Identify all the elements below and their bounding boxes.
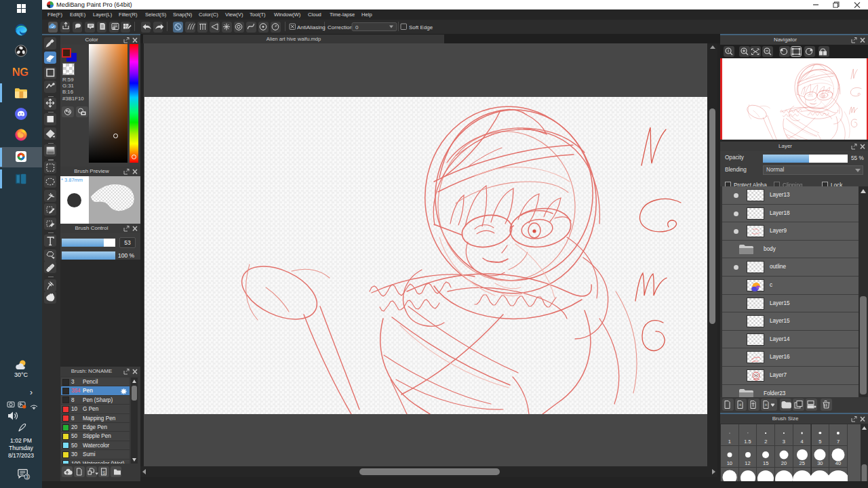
svg-text:+: + (765, 403, 768, 407)
svg-text:S: S (102, 470, 106, 475)
svg-text:+: + (739, 403, 742, 407)
svg-text:0: 0 (355, 24, 359, 30)
svg-text:AntiAliasing: AntiAliasing (297, 24, 326, 30)
svg-text:3: 3 (26, 474, 28, 479)
svg-text:Correction: Correction (328, 24, 353, 30)
svg-text:Soft Edge: Soft Edge (409, 24, 433, 30)
